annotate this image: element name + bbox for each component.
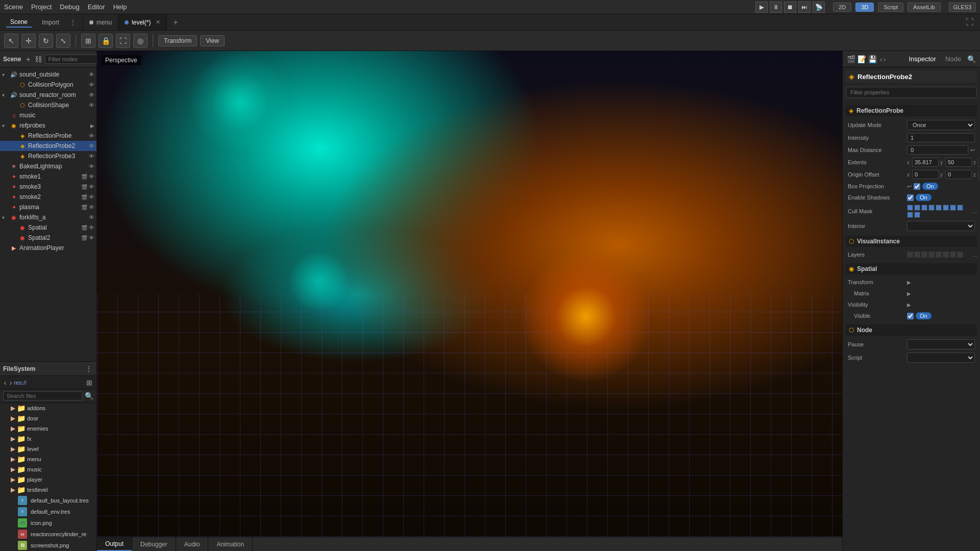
tool-group[interactable]: ⛶ [116,34,130,48]
fs-folder-menu[interactable]: ▶ 📁 menu [0,454,96,464]
tree-item-plasma[interactable]: ✦ plasma 🎬 👁 [0,202,96,212]
layer-cell-3[interactable] [921,252,927,258]
mode-2d[interactable]: 2D [833,3,851,12]
eye-spatial2[interactable]: 👁 [89,235,94,241]
tree-item-refprobes[interactable]: ▾ ◉ refprobes ▶ [0,120,96,131]
tree-item-reflectionprobe3[interactable]: ◈ ReflectionProbe3 👁 [0,151,96,161]
cull-cell-5[interactable] [936,205,942,211]
cull-cell-7[interactable] [950,205,956,211]
layer-cell-6[interactable] [943,252,949,258]
tab-audio[interactable]: Audio [176,537,209,551]
max-distance-input[interactable] [907,145,968,155]
tree-item-reflectionprobe1[interactable]: ◈ ReflectionProbe 👁 [0,131,96,141]
eye-collision-polygon[interactable]: 👁 [89,82,94,88]
layers-expand[interactable]: … [972,252,978,258]
layer-cell-4[interactable] [928,252,935,258]
tool-select[interactable]: ↖ [4,34,18,48]
visible-checkbox[interactable] [907,313,914,319]
origin-x-field[interactable] [912,170,939,179]
tool-lock[interactable]: 🔒 [99,34,113,48]
origin-y-field[interactable] [945,170,972,179]
fs-file-screenshot[interactable]: 🖼 screenshot.png [0,540,96,551]
layer-cell-2[interactable] [914,252,920,258]
intensity-input[interactable] [907,133,975,142]
tool-rotate[interactable]: ↻ [39,34,53,48]
pause-button[interactable]: ⏸ [770,2,782,13]
visibility-expand-icon[interactable]: ▶ [907,302,911,308]
box-projection-checkbox[interactable] [914,183,920,190]
menu-editor[interactable]: Editor [88,3,105,11]
fs-folder-level[interactable]: ▶ 📁 level [0,444,96,454]
fullscreen-button[interactable]: ⛶ [966,18,974,27]
fs-folder-music[interactable]: ▶ 📁 music [0,464,96,474]
eye-plasma[interactable]: 👁 [89,204,94,210]
scene-tab-scene[interactable]: Scene [6,17,32,28]
fs-folder-player[interactable]: ▶ 📁 player [0,474,96,485]
tree-item-forklifts[interactable]: ▾ ◉ forklifts_a 👁 [0,212,96,222]
nav-forward-button[interactable]: › [884,55,886,63]
menu-project[interactable]: Project [31,3,52,11]
tree-item-spatial2[interactable]: ◉ Spatial2 🎬 👁 [0,233,96,243]
viewport-canvas[interactable]: Perspective [97,51,842,537]
cull-cell-1[interactable] [907,205,913,211]
mode-assetlib[interactable]: AssetLib [908,3,940,12]
visible-toggle[interactable]: On [916,312,932,319]
eye-sound-outside[interactable]: 👁 [89,71,94,78]
fs-back-button[interactable]: ‹ [3,378,8,388]
fs-menu-button[interactable]: ⋮ [84,364,93,374]
extents-x-field[interactable] [912,158,939,167]
scene-tab-import[interactable]: Import [38,18,63,27]
extents-y-field[interactable] [945,158,972,167]
menu-debug[interactable]: Debug [60,3,79,11]
node-tab[interactable]: Node [945,55,961,63]
fs-folder-fx[interactable]: ▶ 📁 fx [0,434,96,444]
tree-item-smoke2[interactable]: ✦ smoke2 🎬 👁 [0,192,96,202]
transform-button[interactable]: Transform [158,35,197,46]
fs-folder-door[interactable]: ▶ 📁 door [0,413,96,423]
fs-folder-addons[interactable]: ▶ 📁 addons [0,403,96,413]
tool-pivot[interactable]: ◎ [133,34,148,48]
update-mode-select[interactable]: Once [907,120,975,130]
view-button[interactable]: View [200,35,225,46]
eye-smoke3[interactable]: 👁 [89,184,94,190]
tab-menu[interactable]: menu [83,14,118,30]
interior-select[interactable] [907,221,975,231]
box-projection-reset-icon[interactable]: ↩ [907,183,912,190]
eye-reflectionprobe1[interactable]: 👁 [89,133,94,139]
tab-add-button[interactable]: + [167,18,184,27]
fs-folder-testlevel[interactable]: ▶ 📁 testlevel [0,485,96,495]
eye-sound-reactor[interactable]: 👁 [89,92,94,98]
expand-refprobes[interactable]: ▶ [90,123,94,129]
tab-debugger[interactable]: Debugger [132,537,176,551]
layer-cell-8[interactable] [957,252,963,258]
eye-collision-shape[interactable]: 👁 [89,102,94,108]
menu-scene[interactable]: Scene [4,3,23,11]
layer-cell-1[interactable] [907,252,913,258]
tab-output[interactable]: Output [97,537,132,551]
cull-cell-6[interactable] [943,205,949,211]
tree-item-reflectionprobe2[interactable]: ◈ ReflectionProbe2 👁 [0,141,96,151]
3d-scene[interactable] [97,51,842,537]
transform-expand-icon[interactable]: ▶ [907,280,911,285]
tool-grid[interactable]: ⊞ [81,34,95,48]
stop-button[interactable]: ⏹ [784,2,796,13]
tree-item-collision-polygon[interactable]: ⬡ CollisionPolygon 👁 [0,80,96,90]
tab-level[interactable]: level(*) ✕ [118,14,167,30]
mode-script[interactable]: Script [878,3,903,12]
cull-cell-10[interactable] [914,212,920,218]
cull-cell-9[interactable] [907,212,913,218]
tree-item-spatial1[interactable]: ◉ Spatial 🎬 👁 [0,222,96,233]
tree-item-sound-reactor[interactable]: ▾ 🔊 sound_reactor_room 👁 [0,90,96,100]
inspector-tab[interactable]: Inspector [909,55,936,63]
mode-3d[interactable]: 3D [855,3,874,12]
eye-spatial1[interactable]: 👁 [89,224,94,231]
layer-cell-5[interactable] [936,252,942,258]
filter-properties-input[interactable] [846,87,977,98]
fs-file-env[interactable]: T default_env.tres [0,506,96,517]
eye-forklifts[interactable]: 👁 [89,214,94,220]
add-node-button[interactable]: + [25,54,31,64]
eye-smoke1[interactable]: 👁 [89,173,94,180]
enable-shadows-checkbox[interactable] [907,194,914,201]
tree-item-smoke1[interactable]: ✦ smoke1 🎬 👁 [0,171,96,182]
matrix-expand-icon[interactable]: ▶ [907,291,911,296]
